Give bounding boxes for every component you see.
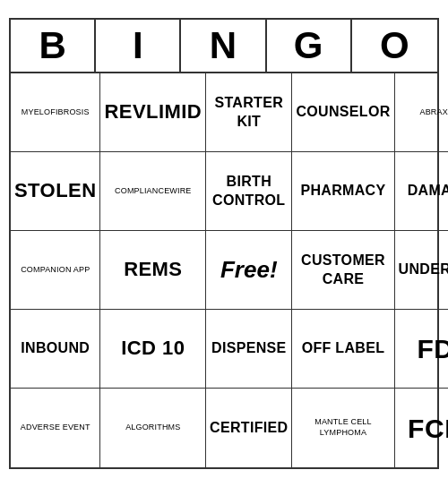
cell-text-1: REVLIMID — [104, 99, 202, 125]
bingo-cell-2: STARTER KIT — [206, 73, 292, 152]
bingo-cell-23: MANTLE CELL LYMPHOMA — [292, 389, 394, 467]
bingo-cell-14: UNDERDOSE — [395, 231, 448, 310]
bingo-cell-5: STOLEN — [11, 152, 100, 231]
bingo-cell-0: MYELOFIBROSIS — [11, 73, 100, 152]
cell-text-6: COMPLIANCEWIRE — [115, 186, 192, 197]
cell-text-13: CUSTOMER CARE — [296, 252, 390, 289]
cell-text-2: STARTER KIT — [210, 94, 288, 132]
bingo-letter-g: G — [267, 20, 352, 72]
bingo-cell-16: ICD 10 — [100, 310, 206, 389]
bingo-cell-7: BIRTH CONTROL — [206, 152, 292, 231]
bingo-cell-8: PHARMACY — [292, 152, 394, 231]
cell-text-22: CERTIFIED — [210, 419, 288, 438]
bingo-cell-3: COUNSELOR — [292, 73, 394, 152]
cell-text-12: Free! — [220, 256, 278, 284]
bingo-cell-12: Free! — [206, 231, 292, 310]
bingo-header: BINGO — [11, 20, 437, 73]
cell-text-18: OFF LABEL — [302, 339, 385, 358]
bingo-cell-20: ADVERSE EVENT — [11, 389, 100, 467]
cell-text-5: STOLEN — [14, 178, 96, 204]
bingo-cell-15: INBOUND — [11, 310, 100, 389]
cell-text-21: ALGORITHMS — [125, 423, 180, 433]
bingo-letter-o: O — [352, 20, 437, 72]
cell-text-19: FDA — [417, 331, 448, 366]
cell-text-0: MYELOFIBROSIS — [22, 107, 90, 118]
bingo-card: BINGO MYELOFIBROSISREVLIMIDSTARTER KITCO… — [9, 18, 439, 469]
bingo-cell-18: OFF LABEL — [292, 310, 394, 389]
bingo-letter-i: I — [96, 20, 181, 72]
bingo-cell-24: FCRP — [395, 389, 448, 467]
bingo-cell-11: REMS — [100, 231, 206, 310]
cell-text-8: PHARMACY — [300, 182, 385, 201]
cell-text-10: COMPANION APP — [21, 265, 90, 276]
cell-text-7: BIRTH CONTROL — [210, 173, 288, 210]
bingo-cell-13: CUSTOMER CARE — [292, 231, 394, 310]
cell-text-20: ADVERSE EVENT — [21, 423, 90, 433]
bingo-grid: MYELOFIBROSISREVLIMIDSTARTER KITCOUNSELO… — [11, 73, 437, 467]
bingo-cell-19: FDA — [395, 310, 448, 389]
cell-text-24: FCRP — [408, 411, 448, 446]
cell-text-17: DISPENSE — [211, 339, 286, 358]
bingo-cell-1: REVLIMID — [100, 73, 206, 152]
bingo-letter-b: B — [11, 20, 96, 72]
cell-text-15: INBOUND — [21, 339, 90, 358]
bingo-cell-17: DISPENSE — [206, 310, 292, 389]
bingo-cell-4: ABRAXANE® — [395, 73, 448, 152]
cell-text-14: UNDERDOSE — [399, 261, 448, 279]
bingo-cell-21: ALGORITHMS — [100, 389, 206, 467]
cell-text-23: MANTLE CELL LYMPHOMA — [296, 417, 390, 438]
cell-text-9: DAMAGED — [408, 182, 448, 201]
cell-text-16: ICD 10 — [121, 336, 185, 362]
bingo-letter-n: N — [181, 20, 266, 72]
bingo-cell-9: DAMAGED — [395, 152, 448, 231]
cell-text-11: REMS — [124, 257, 182, 283]
cell-text-3: COUNSELOR — [296, 103, 390, 122]
bingo-cell-6: COMPLIANCEWIRE — [100, 152, 206, 231]
bingo-cell-22: CERTIFIED — [206, 389, 292, 467]
cell-text-4: ABRAXANE® — [419, 107, 448, 118]
bingo-cell-10: COMPANION APP — [11, 231, 100, 310]
